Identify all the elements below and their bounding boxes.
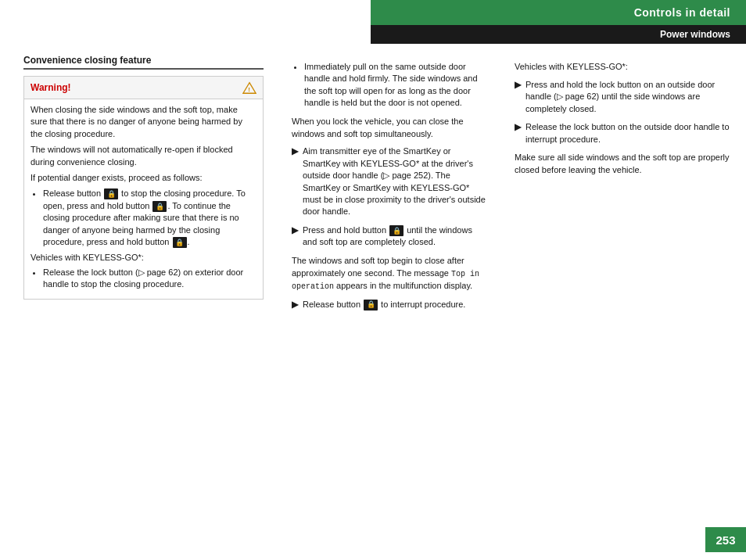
warning-box: Warning! ! When closing the side windows… [23,76,264,300]
arrow-icon-5: ▶ [515,121,521,133]
release-text: Release button 🔒 to interrupt procedure. [303,299,465,311]
aim-bullet: ▶ Aim transmitter eye of the SmartKey or… [292,145,486,217]
svg-text:!: ! [248,86,250,93]
intro-para: When you lock the vehicle, you can close… [292,116,486,141]
arrow-icon-3: ▶ [292,299,298,311]
press-hold-text: Press and hold button 🔒 until the window… [303,224,486,249]
warning-para-3: If potential danger exists, proceed as f… [30,172,256,184]
release-bullet: ▶ Release button 🔒 to interrupt procedur… [292,299,486,311]
lock-icon-1: 🔒 [104,188,118,199]
section-title: Controls in detail [634,6,730,19]
lock-icon-4: 🔒 [389,225,403,236]
keyless-label: Vehicles with KEYLESS-GO*: [30,252,256,264]
warning-para-1: When closing the side windows and the so… [30,104,256,140]
subsection-title: Power windows [660,29,730,40]
arrow-icon-2: ▶ [292,224,298,236]
mid-column: Immediately pull on the same outside doo… [278,47,500,560]
keyless-bullet: Release the lock button (▷ page 62) on e… [43,267,256,291]
warning-header: Warning! ! [24,77,263,99]
main-content: Convenience closing feature Warning! ! W… [0,47,746,560]
right-column: Vehicles with KEYLESS-GO*: ▶ Press and h… [500,47,746,560]
warning-triangle-icon: ! [242,81,256,95]
release-lock-bullet: ▶ Release the lock button on the outside… [515,121,732,145]
pull-bullet-list: Immediately pull on the same outside doo… [292,61,486,109]
arrow-icon-1: ▶ [292,145,298,157]
subsection-header: Power windows [371,25,746,44]
left-column: Convenience closing feature Warning! ! W… [0,47,278,560]
warning-title: Warning! [30,82,71,93]
press-hold-bullet: ▶ Press and hold button 🔒 until the wind… [292,224,486,249]
warning-para-2: The windows will not automatically re-op… [30,144,256,168]
warning-body: When closing the side windows and the so… [24,99,263,299]
note-para: The windows and soft top begin to close … [292,255,486,293]
keyless-bullet-list: Release the lock button (▷ page 62) on e… [30,267,256,291]
lock-icon-3: 🔒 [173,237,187,248]
release-lock-text: Release the lock button on the outside d… [525,121,732,145]
warning-bullet-1: Release button 🔒 to stop the closing pro… [43,188,256,248]
section-heading: Convenience closing feature [23,55,264,70]
warning-bullet-list: Release button 🔒 to stop the closing pro… [30,188,256,248]
press-hold-lock-bullet: ▶ Press and hold the lock button on an o… [515,79,732,115]
arrow-icon-4: ▶ [515,79,521,91]
make-sure-para: Make sure all side windows and the soft … [515,152,732,177]
lock-icon-5: 🔒 [364,300,378,311]
message-text: Top in operation [292,270,479,292]
press-hold-lock-text: Press and hold the lock button on an out… [525,79,732,115]
lock-icon-2: 🔒 [152,201,167,212]
aim-text: Aim transmitter eye of the SmartKey or S… [303,145,486,217]
pull-bullet: Immediately pull on the same outside doo… [304,61,486,109]
vehicles-heading: Vehicles with KEYLESS-GO*: [515,61,732,74]
page-header: Controls in detail Power windows [371,0,746,44]
section-header: Controls in detail [371,0,746,25]
